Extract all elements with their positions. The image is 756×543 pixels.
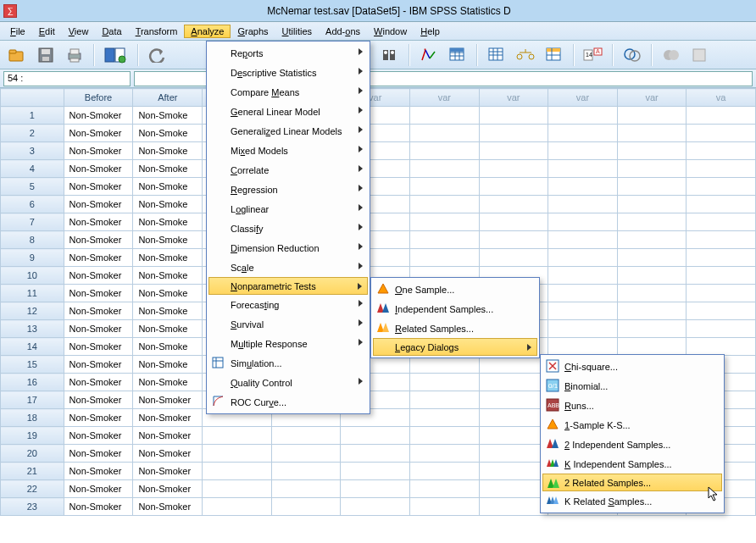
cell[interactable] <box>341 445 410 463</box>
cell[interactable] <box>409 445 479 463</box>
cell[interactable] <box>409 498 479 516</box>
menu-transform[interactable]: Transform <box>129 25 185 38</box>
cell[interactable]: Non-Smoke <box>133 231 203 249</box>
cell[interactable] <box>687 267 756 285</box>
cell[interactable]: Non-Smoker <box>133 427 203 445</box>
cell[interactable]: Non-Smoker <box>64 196 133 213</box>
menu-item-simulation[interactable]: Simulation... <box>208 353 368 373</box>
cell[interactable] <box>203 498 272 516</box>
cell[interactable]: Non-Smoker <box>64 338 133 356</box>
cell[interactable]: Non-Smoker <box>64 213 133 231</box>
cell[interactable] <box>617 249 687 267</box>
menu-file[interactable]: File <box>3 25 32 38</box>
cell[interactable] <box>617 125 687 142</box>
cell[interactable] <box>687 125 756 142</box>
row-header[interactable]: 7 <box>1 213 64 231</box>
cell[interactable] <box>479 427 548 445</box>
menu-utilities[interactable]: Utilities <box>275 25 319 38</box>
menu-item-general-linear-model[interactable]: General Linear Model <box>208 102 368 121</box>
labels-icon[interactable]: 14A <box>581 44 605 66</box>
cell[interactable] <box>687 302 756 320</box>
cell[interactable] <box>409 463 479 480</box>
grid2-icon[interactable] <box>485 44 509 66</box>
cell[interactable]: Non-Smoker <box>64 249 133 267</box>
cell[interactable] <box>548 302 618 320</box>
row-header[interactable]: 23 <box>1 498 64 516</box>
column-header-var[interactable]: var <box>479 89 548 107</box>
menu-item-generalized-linear-models[interactable]: Generalized Linear Models <box>208 121 368 141</box>
cell[interactable] <box>548 231 618 249</box>
cell[interactable] <box>479 480 548 498</box>
cell[interactable]: Non-Smoke <box>133 125 203 142</box>
cell[interactable] <box>617 231 687 249</box>
cell[interactable]: Non-Smoke <box>133 285 203 302</box>
cell[interactable] <box>617 196 687 213</box>
row-header[interactable]: 16 <box>1 374 64 391</box>
cell[interactable] <box>548 196 618 213</box>
weight-icon[interactable] <box>514 44 537 66</box>
menu-item-related-samples[interactable]: Related Samples... <box>373 319 537 338</box>
cell[interactable] <box>479 213 548 231</box>
cell[interactable]: Non-Smoker <box>64 160 133 178</box>
column-header-before[interactable]: Before <box>64 89 133 107</box>
cell[interactable]: Non-Smoker <box>133 409 203 427</box>
undo-icon[interactable] <box>146 44 170 66</box>
cell[interactable] <box>687 142 756 160</box>
cell[interactable] <box>409 213 479 231</box>
cell[interactable] <box>687 213 756 231</box>
column-header-after[interactable]: After <box>133 89 203 107</box>
menu-item-quality-control[interactable]: Quality Control <box>208 373 368 392</box>
grid3-icon[interactable] <box>542 44 566 66</box>
menu-addons[interactable]: Add-ons <box>319 25 367 38</box>
menu-edit[interactable]: Edit <box>32 25 62 38</box>
menu-item-one-sample[interactable]: One Sample... <box>373 280 537 299</box>
menu-item-forecasting[interactable]: Forecasting <box>208 295 368 314</box>
menu-item-reports[interactable]: Reports <box>208 43 368 63</box>
cell[interactable] <box>548 285 618 302</box>
menu-item-chi-square[interactable]: Chi-square... <box>542 357 722 376</box>
cell[interactable] <box>409 391 479 409</box>
row-header[interactable]: 14 <box>1 338 64 356</box>
column-header-var[interactable]: var <box>617 89 687 107</box>
cell[interactable]: Non-Smoker <box>133 391 203 409</box>
cell[interactable] <box>341 480 410 498</box>
cell[interactable]: Non-Smoker <box>133 463 203 480</box>
cell[interactable]: Non-Smoker <box>64 142 133 160</box>
cell[interactable] <box>479 391 548 409</box>
cell[interactable] <box>271 445 341 463</box>
row-header[interactable]: 4 <box>1 160 64 178</box>
cell[interactable]: Non-Smoke <box>133 374 203 391</box>
cell[interactable] <box>687 196 756 213</box>
cell[interactable] <box>479 142 548 160</box>
menu-help[interactable]: Help <box>414 25 447 38</box>
cell[interactable] <box>617 213 687 231</box>
cell[interactable] <box>203 427 272 445</box>
cell[interactable] <box>548 249 618 267</box>
row-header[interactable]: 1 <box>1 107 64 125</box>
cell[interactable] <box>548 267 618 285</box>
cell[interactable] <box>341 427 410 445</box>
cell[interactable]: Non-Smoker <box>64 356 133 374</box>
menu-item-mixed-models[interactable]: Mixed Models <box>208 141 368 160</box>
column-header-var[interactable]: va <box>687 89 756 107</box>
chart-icon[interactable]: * <box>417 44 441 66</box>
cell[interactable] <box>203 445 272 463</box>
cell[interactable] <box>479 125 548 142</box>
row-header[interactable]: 22 <box>1 480 64 498</box>
row-header[interactable]: 21 <box>1 463 64 480</box>
cell[interactable] <box>271 463 341 480</box>
cell[interactable]: Non-Smoker <box>64 391 133 409</box>
cell[interactable] <box>409 427 479 445</box>
row-header[interactable]: 9 <box>1 249 64 267</box>
row-header[interactable]: 12 <box>1 302 64 320</box>
menu-item-2-independent-samples[interactable]: 2 Independent Samples... <box>542 435 722 454</box>
cell[interactable] <box>617 285 687 302</box>
cell[interactable]: Non-Smoker <box>133 445 203 463</box>
cell[interactable]: Non-Smoker <box>133 480 203 498</box>
cell[interactable] <box>617 338 687 356</box>
cell[interactable] <box>409 409 479 427</box>
cell[interactable] <box>479 249 548 267</box>
cell[interactable]: Non-Smoke <box>133 338 203 356</box>
cell[interactable] <box>617 302 687 320</box>
cell[interactable]: Non-Smoker <box>64 302 133 320</box>
